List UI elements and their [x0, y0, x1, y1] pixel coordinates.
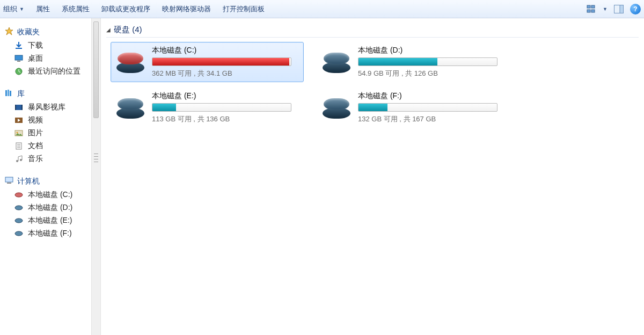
svg-point-25	[16, 160, 18, 162]
main-pane: ◢ 硬盘 (4) 本地磁盘 (C:) 362 MB 可用 , 共 34.1 GB…	[101, 18, 644, 335]
uninstall-change-button[interactable]: 卸载或更改程序	[101, 4, 150, 14]
svg-rect-27	[5, 177, 13, 182]
svg-rect-3	[591, 10, 595, 12]
sidebar-item-music[interactable]: 音乐	[4, 152, 89, 165]
organize-button[interactable]: 组织 ▼	[3, 4, 24, 14]
section-rule	[106, 37, 639, 38]
computer-group[interactable]: 计算机	[4, 176, 89, 186]
preview-pane-icon[interactable]	[613, 4, 625, 14]
svg-point-29	[15, 193, 23, 197]
sidebar-item-documents[interactable]: 文档	[4, 140, 89, 152]
video-icon	[14, 116, 24, 125]
open-control-panel-button[interactable]: 打开控制面板	[223, 4, 265, 14]
sidebar-item-label: 暴风影视库	[28, 103, 65, 112]
sidebar-item-label: 本地磁盘 (E:)	[28, 216, 72, 225]
sidebar-item-desktop[interactable]: 桌面	[4, 52, 89, 65]
document-icon	[14, 142, 24, 150]
svg-rect-9	[17, 61, 20, 62]
splitter-handle[interactable]	[94, 152, 98, 163]
capacity-bar	[152, 103, 291, 112]
capacity-bar	[152, 57, 291, 66]
system-properties-label: 系统属性	[62, 4, 90, 14]
sidebar-item-drive-d[interactable]: 本地磁盘 (D:)	[4, 201, 89, 214]
sidebar-item-label: 本地磁盘 (D:)	[28, 203, 72, 213]
section-title: 硬盘 (4)	[114, 25, 142, 35]
system-properties-button[interactable]: 系统属性	[62, 4, 90, 14]
collapse-triangle-icon[interactable]: ◢	[106, 27, 111, 33]
computer-icon	[4, 176, 14, 186]
capacity-fill	[358, 58, 437, 65]
video-library-icon	[14, 103, 24, 112]
scrollbar-thumb[interactable]	[93, 21, 99, 118]
toolbar-right: ▼ ?	[586, 4, 641, 14]
sidebar-item-drive-c[interactable]: 本地磁盘 (C:)	[4, 188, 89, 201]
sidebar-item-drive-e[interactable]: 本地磁盘 (E:)	[4, 214, 89, 227]
drive-icon	[14, 229, 24, 238]
uninstall-change-label: 卸载或更改程序	[101, 4, 150, 14]
sidebar-item-recent[interactable]: 最近访问的位置	[4, 65, 89, 78]
drive-d[interactable]: 本地磁盘 (D:) 54.9 GB 可用 , 共 126 GB	[317, 42, 510, 82]
drive-name: 本地磁盘 (D:)	[358, 46, 505, 55]
library-icon	[4, 89, 14, 99]
properties-label: 属性	[36, 4, 50, 14]
drive-stat: 113 GB 可用 , 共 136 GB	[152, 114, 299, 124]
svg-marker-6	[5, 27, 13, 35]
map-drive-label: 映射网络驱动器	[162, 4, 211, 14]
drive-name: 本地磁盘 (C:)	[152, 46, 299, 55]
sidebar-item-pictures[interactable]: 图片	[4, 127, 89, 140]
sidebar-item-baofeng[interactable]: 暴风影视库	[4, 101, 89, 114]
capacity-bar	[358, 103, 497, 112]
section-header[interactable]: ◢ 硬盘 (4)	[106, 25, 639, 35]
music-icon	[14, 155, 24, 163]
svg-point-32	[15, 231, 23, 236]
sidebar-item-label: 本地磁盘 (C:)	[28, 190, 72, 200]
organize-label: 组织	[3, 4, 17, 14]
properties-button[interactable]: 属性	[36, 4, 50, 14]
open-control-panel-label: 打开控制面板	[223, 4, 265, 14]
drive-info: 本地磁盘 (D:) 54.9 GB 可用 , 共 126 GB	[358, 46, 505, 78]
hdd-icon	[115, 49, 147, 75]
sidebar-item-label: 本地磁盘 (F:)	[28, 229, 72, 238]
capacity-fill	[358, 104, 387, 111]
drives-grid: 本地磁盘 (C:) 362 MB 可用 , 共 34.1 GB 本地磁盘 (D:…	[111, 42, 639, 128]
drive-c[interactable]: 本地磁盘 (C:) 362 MB 可用 , 共 34.1 GB	[111, 42, 304, 82]
chevron-down-icon: ▼	[19, 6, 24, 12]
hdd-icon	[321, 49, 353, 75]
drive-icon	[14, 203, 24, 212]
svg-rect-28	[7, 183, 11, 184]
sidebar-item-downloads[interactable]: 下载	[4, 39, 89, 52]
libraries-group[interactable]: 库	[4, 89, 89, 99]
svg-rect-7	[16, 48, 22, 49]
favorites-title: 收藏夹	[17, 27, 40, 37]
svg-rect-8	[15, 55, 23, 60]
recent-icon	[14, 67, 24, 76]
map-drive-button[interactable]: 映射网络驱动器	[162, 4, 211, 14]
svg-point-26	[20, 159, 22, 161]
sidebar-item-label: 文档	[28, 141, 43, 151]
download-icon	[14, 41, 24, 50]
toolbar-left: 组织 ▼ 属性 系统属性 卸载或更改程序 映射网络驱动器 打开控制面板	[3, 4, 265, 14]
drive-stat: 362 MB 可用 , 共 34.1 GB	[152, 69, 299, 78]
sidebar-item-label: 下载	[28, 41, 43, 50]
svg-rect-11	[5, 90, 7, 96]
chevron-down-icon[interactable]: ▼	[603, 6, 608, 12]
sidebar-item-drive-f[interactable]: 本地磁盘 (F:)	[4, 227, 89, 240]
drive-icon	[14, 191, 24, 199]
capacity-fill	[152, 104, 176, 111]
svg-point-31	[15, 219, 23, 223]
sidebar-scrollbar[interactable]	[91, 18, 101, 335]
svg-rect-14	[15, 105, 23, 110]
drive-info: 本地磁盘 (F:) 132 GB 可用 , 共 167 GB	[358, 91, 505, 124]
view-options-icon[interactable]	[586, 4, 597, 14]
sidebar-item-label: 图片	[28, 128, 43, 138]
svg-rect-2	[587, 10, 590, 12]
picture-icon	[14, 129, 24, 137]
drive-e[interactable]: 本地磁盘 (E:) 113 GB 可用 , 共 136 GB	[111, 88, 304, 128]
drive-stat: 132 GB 可用 , 共 167 GB	[358, 114, 505, 124]
favorites-group[interactable]: 收藏夹	[4, 27, 89, 37]
svg-rect-12	[8, 90, 9, 96]
help-icon[interactable]: ?	[630, 4, 641, 14]
drive-info: 本地磁盘 (E:) 113 GB 可用 , 共 136 GB	[152, 91, 299, 124]
drive-f[interactable]: 本地磁盘 (F:) 132 GB 可用 , 共 167 GB	[317, 88, 510, 128]
sidebar-item-videos[interactable]: 视频	[4, 114, 89, 127]
